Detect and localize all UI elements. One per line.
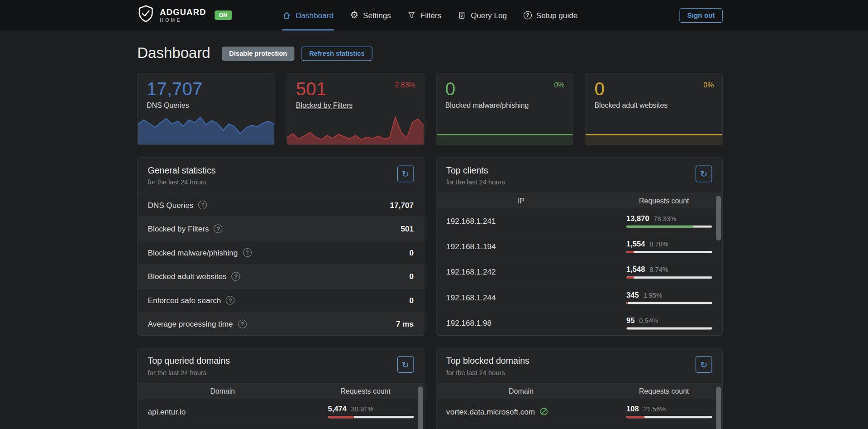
domain-name[interactable]: api.entur.io bbox=[148, 407, 328, 416]
top-queried-domains-table: api.entur.io 5,474 30.91% bbox=[138, 399, 424, 424]
stat-label: DNS Queries bbox=[138, 100, 274, 110]
column-header-ip: IP bbox=[436, 196, 606, 204]
refresh-card-button[interactable]: ↻ bbox=[696, 166, 712, 183]
card-subtitle: for the last 24 hours bbox=[446, 178, 505, 186]
card-title: Top clients bbox=[446, 166, 505, 176]
nav-label: Dashboard bbox=[296, 11, 334, 20]
scrollbar[interactable] bbox=[716, 385, 721, 429]
top-blocked-domains-table: vortex.data.microsoft.com 108 21.56% bbox=[436, 399, 722, 424]
card-title: Top blocked domains bbox=[446, 356, 529, 366]
refresh-card-button[interactable]: ↻ bbox=[397, 356, 414, 373]
refresh-card-button[interactable]: ↻ bbox=[696, 356, 712, 373]
scrollbar-thumb[interactable] bbox=[716, 196, 721, 241]
stat-row: Blocked by Filters? 501 bbox=[138, 217, 424, 241]
stat-row-label: Blocked malware/phishing bbox=[148, 248, 238, 257]
nav-item-settings[interactable]: ⚙ Settings bbox=[350, 0, 391, 30]
stat-value: 0 bbox=[586, 74, 722, 100]
client-row: 192.168.1.241 13,870 78.33% bbox=[436, 208, 722, 234]
adguard-home-logo[interactable]: ADGUARD HOME ON bbox=[137, 5, 232, 25]
nav-label: Filters bbox=[420, 11, 442, 20]
refresh-icon: ↻ bbox=[700, 169, 707, 179]
refresh-card-button[interactable]: ↻ bbox=[397, 166, 414, 183]
nav-item-setup-guide[interactable]: ? Setup guide bbox=[524, 0, 577, 30]
scrollbar[interactable] bbox=[716, 194, 721, 333]
refresh-statistics-button[interactable]: Refresh statistics bbox=[301, 46, 372, 61]
general-statistics-card: General statistics for the last 24 hours… bbox=[137, 157, 424, 336]
help-icon[interactable]: ? bbox=[226, 296, 235, 305]
sign-out-button[interactable]: Sign out bbox=[679, 8, 722, 23]
help-icon[interactable]: ? bbox=[214, 224, 223, 233]
help-icon[interactable]: ? bbox=[243, 248, 252, 257]
client-ip[interactable]: 192.168.1.242 bbox=[446, 267, 626, 276]
scrollbar-thumb[interactable] bbox=[418, 386, 423, 429]
top-blocked-domains-card: Top blocked domains for the last 24 hour… bbox=[436, 348, 723, 429]
gear-icon: ⚙ bbox=[350, 10, 359, 20]
blocked-by-filters-sparkline bbox=[287, 114, 424, 145]
top-clients-card: Top clients for the last 24 hours ↻ IP R… bbox=[436, 157, 723, 336]
nav-item-filters[interactable]: Filters bbox=[408, 0, 442, 30]
request-count: 5,474 bbox=[328, 405, 346, 413]
progress-bar bbox=[626, 327, 712, 329]
nav-label: Settings bbox=[363, 11, 391, 20]
nav-label: Setup guide bbox=[536, 11, 577, 20]
progress-bar bbox=[328, 416, 414, 418]
stat-percent: 0% bbox=[554, 81, 564, 89]
help-icon[interactable]: ? bbox=[238, 319, 247, 328]
client-ip[interactable]: 192.168.1.241 bbox=[446, 216, 626, 225]
request-count: 13,870 bbox=[626, 214, 649, 222]
progress-bar bbox=[626, 276, 712, 279]
page-header: Dashboard Disable protection Refresh sta… bbox=[137, 30, 723, 62]
client-ip[interactable]: 192.168.1.98 bbox=[446, 318, 626, 327]
dashboard-page: Dashboard Disable protection Refresh sta… bbox=[137, 30, 723, 429]
nav-item-query-log[interactable]: Query Log bbox=[458, 0, 507, 30]
stat-row-value: 0 bbox=[409, 272, 414, 281]
column-header-requests: Requests count bbox=[606, 387, 722, 395]
stat-card-blocked-adult: 0% 0 Blocked adult websites bbox=[585, 73, 723, 145]
stat-row-label: Blocked adult websites bbox=[148, 272, 226, 281]
stat-card-blocked-malware: 0% 0 Blocked malware/phishing bbox=[436, 73, 573, 145]
stat-label: Blocked malware/phishing bbox=[436, 100, 573, 110]
blocked-by-filters-link[interactable]: Blocked by Filters bbox=[287, 100, 424, 110]
scrollbar-thumb[interactable] bbox=[716, 386, 721, 429]
dashboard-panels: General statistics for the last 24 hours… bbox=[137, 157, 723, 429]
stat-label: Blocked adult websites bbox=[586, 100, 722, 110]
card-subtitle: for the last 24 hours bbox=[148, 178, 215, 186]
stat-percent: 0% bbox=[703, 81, 714, 89]
progress-bar bbox=[626, 302, 712, 304]
query-log-icon bbox=[458, 11, 466, 19]
disable-protection-button[interactable]: Disable protection bbox=[222, 46, 294, 61]
column-header-requests: Requests count bbox=[307, 387, 424, 395]
client-row: 192.168.1.194 1,554 8.78% bbox=[436, 234, 722, 259]
card-title: Top queried domains bbox=[148, 356, 230, 366]
refresh-icon: ↻ bbox=[700, 359, 707, 370]
stat-row: DNS Queries? 17,707 bbox=[138, 193, 424, 217]
request-count: 1,548 bbox=[626, 265, 645, 273]
scrollbar[interactable] bbox=[418, 385, 423, 429]
progress-bar bbox=[626, 225, 712, 227]
stat-row-label: Average processing time bbox=[148, 319, 233, 328]
help-icon[interactable]: ? bbox=[232, 272, 241, 281]
request-percent: 8.74% bbox=[649, 265, 668, 273]
stat-cards: 17,707 DNS Queries 2.83% 501 Blocked by … bbox=[137, 73, 723, 145]
card-title: General statistics bbox=[148, 166, 215, 176]
help-icon[interactable]: ? bbox=[198, 201, 207, 210]
stat-row-value: 7 ms bbox=[396, 319, 414, 328]
column-header-requests: Requests count bbox=[606, 196, 722, 204]
blocked-adult-sparkline bbox=[586, 114, 722, 145]
stat-percent: 2.83% bbox=[395, 81, 415, 89]
request-percent: 1.95% bbox=[643, 291, 662, 299]
domain-row: api.entur.io 5,474 30.91% bbox=[138, 399, 424, 424]
request-percent: 30.91% bbox=[351, 405, 374, 413]
domain-name[interactable]: vortex.data.microsoft.com bbox=[446, 407, 535, 416]
request-percent: 21.56% bbox=[643, 405, 666, 413]
stat-row: Blocked malware/phishing? 0 bbox=[138, 241, 424, 265]
nav-item-dashboard[interactable]: Dashboard bbox=[282, 0, 334, 30]
client-ip[interactable]: 192.168.1.244 bbox=[446, 293, 626, 302]
general-statistics-table: DNS Queries? 17,707 Blocked by Filters? … bbox=[138, 193, 424, 335]
client-ip[interactable]: 192.168.1.194 bbox=[446, 242, 626, 251]
refresh-icon: ↻ bbox=[401, 169, 409, 179]
help-circle-icon: ? bbox=[524, 11, 532, 19]
request-count: 95 bbox=[626, 316, 634, 324]
stat-value: 17,707 bbox=[138, 74, 274, 100]
stat-row-value: 501 bbox=[401, 224, 414, 233]
